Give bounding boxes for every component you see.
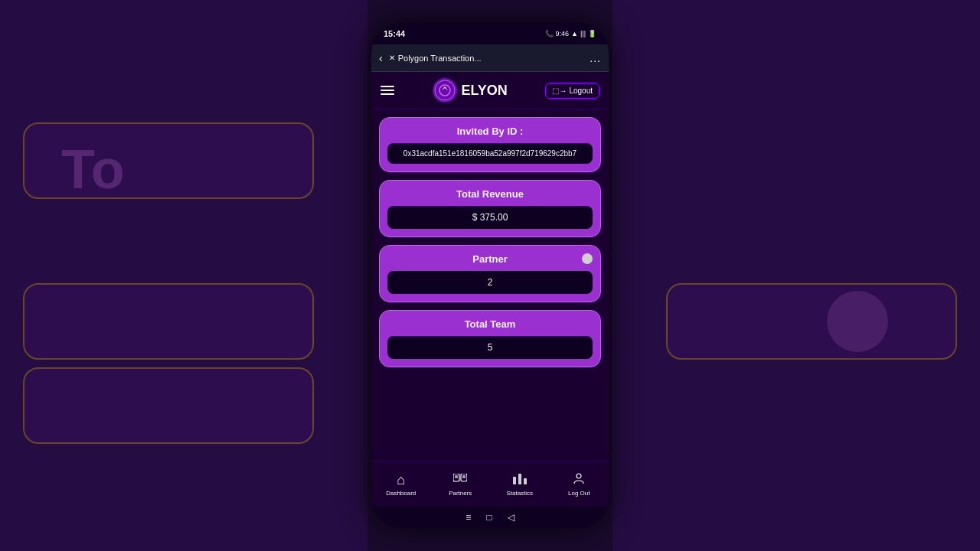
svg-point-0 xyxy=(435,80,455,100)
partner-label: Partner xyxy=(387,253,593,265)
hamburger-menu-button[interactable] xyxy=(381,86,394,95)
bottom-nav: ⌂ Dashboard Partners xyxy=(371,461,609,507)
svg-rect-8 xyxy=(524,478,527,484)
partners-icon xyxy=(453,472,467,488)
partner-card: Partner 2 xyxy=(379,245,601,302)
bg-right xyxy=(612,0,980,551)
status-icons: 📞 9:46 ▲ ||| 🔋 xyxy=(545,30,596,37)
total-revenue-label: Total Revenue xyxy=(387,188,593,200)
nav-item-dashboard[interactable]: ⌂ Dashboard xyxy=(371,472,431,497)
logout-label: Logout xyxy=(569,86,593,95)
logout-button[interactable]: ⬚→ Logout xyxy=(545,83,599,99)
browser-menu-button[interactable]: ... xyxy=(590,52,601,64)
invited-by-label: Invited By ID : xyxy=(387,126,593,137)
hamburger-line-3 xyxy=(381,93,394,95)
status-time: 15:44 xyxy=(384,29,405,38)
bg-decoration-2 xyxy=(23,283,314,360)
browser-title-area: ✕ Polygon Transaction... xyxy=(389,54,584,63)
logout-icon: ⬚→ xyxy=(552,86,567,95)
status-signal: 📞 xyxy=(545,30,554,37)
status-bars: ||| xyxy=(580,30,586,37)
nav-item-statistics[interactable]: Statastics xyxy=(490,472,550,497)
phone-frame: 15:44 📞 9:46 ▲ ||| 🔋 ‹ ✕ Polygon Transac… xyxy=(371,23,609,528)
total-revenue-value: $ 375.00 xyxy=(387,206,593,229)
status-bar: 15:44 📞 9:46 ▲ ||| 🔋 xyxy=(371,23,609,44)
partner-value: 2 xyxy=(387,271,593,294)
svg-rect-3 xyxy=(455,475,458,478)
status-wifi: ▲ xyxy=(571,30,578,37)
total-revenue-card: Total Revenue $ 375.00 xyxy=(379,180,601,237)
scroll-content[interactable]: Invited By ID : 0x31acdfa151e1816059ba52… xyxy=(371,109,609,461)
hamburger-line-2 xyxy=(381,90,394,91)
browser-back-button[interactable]: ‹ xyxy=(379,52,383,64)
bg-decoration-4 xyxy=(666,283,957,360)
total-team-card: Total Team 5 xyxy=(379,310,601,367)
statistics-label: Statastics xyxy=(506,490,533,497)
dashboard-label: Dashboard xyxy=(386,490,416,497)
svg-rect-5 xyxy=(462,475,466,478)
status-battery: 🔋 xyxy=(588,30,596,37)
hamburger-line-1 xyxy=(381,86,394,87)
browser-title-text: Polygon Transaction... xyxy=(398,54,482,63)
browser-close-icon[interactable]: ✕ xyxy=(389,54,395,62)
system-menu-icon[interactable]: ≡ xyxy=(466,512,471,523)
svg-point-9 xyxy=(577,474,581,478)
logo-icon xyxy=(433,78,457,103)
dashboard-icon: ⌂ xyxy=(397,472,405,488)
logout-nav-icon xyxy=(573,472,585,488)
total-team-value: 5 xyxy=(387,336,593,359)
bg-decoration-3 xyxy=(23,367,314,444)
invited-by-card: Invited By ID : 0x31acdfa151e1816059ba52… xyxy=(379,117,601,172)
partner-dot-indicator xyxy=(582,253,593,264)
system-back-icon[interactable]: ◁ xyxy=(508,512,514,523)
app-header: ELYON ⬚→ Logout xyxy=(371,72,609,109)
logo-area: ELYON xyxy=(433,78,508,103)
browser-bar: ‹ ✕ Polygon Transaction... ... xyxy=(371,44,609,72)
logout-nav-label: Log Out xyxy=(568,490,590,497)
nav-item-logout[interactable]: Log Out xyxy=(550,472,609,497)
total-team-label: Total Team xyxy=(387,318,593,330)
logo-text: ELYON xyxy=(462,83,508,99)
system-bar: ≡ □ ◁ xyxy=(371,507,609,528)
statistics-icon xyxy=(513,472,527,488)
bg-text: To xyxy=(61,138,125,201)
svg-rect-6 xyxy=(513,477,516,484)
status-time-right: 9:46 xyxy=(556,30,570,37)
svg-rect-7 xyxy=(518,474,521,484)
bg-circle xyxy=(827,291,888,352)
system-home-icon[interactable]: □ xyxy=(486,512,492,523)
app-content: ELYON ⬚→ Logout Invited By ID : 0x31acdf… xyxy=(371,72,609,507)
nav-item-partners[interactable]: Partners xyxy=(431,472,491,497)
invited-by-value: 0x31acdfa151e1816059ba52a997f2d719629c2b… xyxy=(387,143,593,164)
partners-label: Partners xyxy=(449,490,472,497)
bg-left xyxy=(0,0,368,551)
